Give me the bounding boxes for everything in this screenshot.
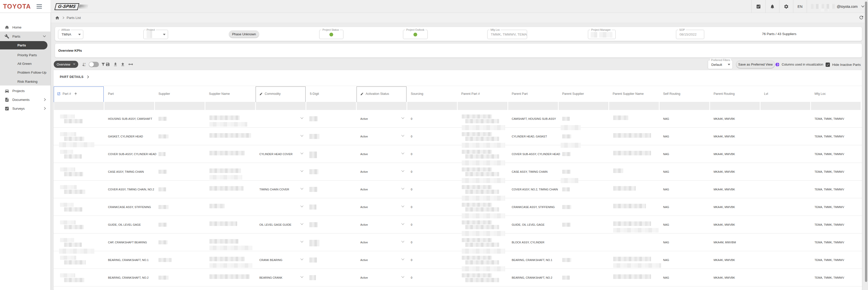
activation-dropdown-icon[interactable] [401, 240, 404, 243]
filter-cell[interactable] [155, 102, 205, 110]
table-row[interactable]: COVER ASSY, TIMING CHAIN, NO.2TIMING CHA… [54, 181, 862, 198]
filter-cell[interactable] [659, 102, 709, 110]
filter-cell[interactable] [710, 102, 760, 110]
column-header-mfg-loc[interactable]: Mfg Loc [811, 86, 862, 102]
upload-icon[interactable] [120, 62, 125, 67]
column-header-self-routing[interactable]: Self Routing [659, 86, 710, 102]
settings-icon[interactable] [779, 0, 793, 13]
column-header-supplier-name[interactable]: Supplier Name [206, 86, 256, 102]
table-row[interactable]: GUIDE, OIL LEVEL GAGEOIL LEVEL GAGE GUID… [54, 216, 862, 233]
part-details-title[interactable]: PART DETAILS [60, 75, 89, 79]
table-row[interactable]: BEARING, CRANKSHAFT, NO.1CRANK BEARINGAc… [54, 251, 862, 269]
commodity-dropdown-icon[interactable] [300, 258, 304, 260]
sidebar-subitem-priority-parts[interactable]: Priority Parts [0, 51, 51, 59]
save-preferred-view-button[interactable]: Save as Preferred View [736, 61, 775, 68]
sidebar-item-projects[interactable]: Projects [0, 86, 51, 95]
filter-cell[interactable] [206, 102, 255, 110]
sidebar-subitem-all-green[interactable]: All Green [0, 59, 51, 68]
cell-self-routing: NAG [659, 216, 710, 233]
filter-cell[interactable] [256, 102, 306, 110]
filter-icon[interactable] [101, 62, 105, 67]
commodity-dropdown-icon[interactable] [300, 135, 304, 137]
filter-cell[interactable] [508, 102, 558, 110]
filter-cell[interactable] [54, 102, 104, 110]
table-row[interactable]: CASE ASSY, TIMING CHAINActive0CASE ASSY,… [54, 163, 862, 181]
activation-dropdown-icon[interactable] [401, 152, 404, 155]
commodity-dropdown-icon[interactable] [300, 223, 304, 225]
redacted-value [462, 196, 505, 201]
column-header-parent-supplier-name[interactable]: Parent Supplier Name [609, 86, 659, 102]
phase-chip[interactable]: Phase Unknown [229, 31, 259, 38]
scrollbar-thumb[interactable] [865, 1, 867, 282]
sidebar-subitem-problem-follow-up[interactable]: Problem Follow-Up [0, 68, 51, 77]
column-width-icon[interactable] [128, 63, 133, 66]
activation-dropdown-icon[interactable] [401, 205, 404, 207]
table-row[interactable]: GASKET, CYLINDER HEADActive0CYLINDER HEA… [54, 128, 862, 145]
sidebar-item-parts[interactable]: Parts [0, 32, 51, 41]
column-header-part[interactable]: Part [104, 86, 155, 102]
toggle-switch[interactable] [89, 62, 99, 67]
table-row[interactable]: HOUSING SUB-ASSY, CAMSHAFTActive0CAMSHAF… [54, 110, 862, 128]
language-selector[interactable]: EN [793, 0, 807, 13]
commodity-dropdown-icon[interactable] [300, 240, 304, 243]
activation-dropdown-icon[interactable] [401, 188, 404, 190]
column-header-lvl[interactable]: Lvl [761, 86, 811, 102]
filter-cell[interactable] [761, 102, 810, 110]
sidebar-subitem-risk-ranking[interactable]: Risk Ranking [0, 77, 51, 86]
sort-icon[interactable]: AZ [82, 62, 87, 67]
filter-cell[interactable] [609, 102, 659, 110]
column-header-parent-part[interactable]: Parent Part [508, 86, 559, 102]
column-header-parent-supplier[interactable]: Parent Supplier [559, 86, 609, 102]
filter-cell[interactable] [357, 102, 406, 110]
preferred-filters-select[interactable]: Preferred Filters Default [708, 60, 733, 69]
commodity-dropdown-icon[interactable] [300, 205, 304, 207]
table-row[interactable]: COVER SUB-ASSY, CYLINDER HEADCYLINDER HE… [54, 145, 862, 163]
commodity-dropdown-icon[interactable] [300, 117, 304, 119]
commodity-dropdown-icon[interactable] [300, 152, 304, 155]
column-header-5-digit[interactable]: 5-Digit [306, 86, 357, 102]
activation-dropdown-icon[interactable] [401, 170, 404, 172]
table-row[interactable]: CRANKCASE ASSY, STIFFENINGActive0CRANKCA… [54, 198, 862, 216]
commodity-dropdown-icon[interactable] [300, 170, 304, 172]
activation-dropdown-icon[interactable] [401, 223, 404, 225]
commodity-dropdown-icon[interactable] [300, 188, 304, 190]
save-icon[interactable] [105, 62, 110, 67]
column-header-supplier[interactable]: Supplier [155, 86, 206, 102]
breadcrumb-home-icon[interactable] [55, 15, 60, 20]
project-select[interactable]: Project [143, 30, 168, 39]
activation-dropdown-icon[interactable] [401, 135, 404, 137]
column-header-parent-part-[interactable]: Parent Part # [458, 86, 508, 102]
vertical-scrollbar[interactable] [865, 0, 868, 290]
download-icon[interactable] [113, 62, 118, 67]
filter-cell[interactable] [559, 102, 608, 110]
cell-5-digit [306, 251, 357, 269]
sidebar-item-documents[interactable]: Documents [0, 95, 51, 104]
filter-cell[interactable] [407, 102, 457, 110]
commodity-dropdown-icon[interactable] [300, 276, 304, 278]
sidebar-subitem-parts-selected[interactable]: Parts [0, 41, 48, 50]
refresh-icon[interactable] [859, 15, 864, 20]
redacted-value [465, 190, 499, 194]
filter-cell[interactable] [306, 102, 356, 110]
overview-kpis-card[interactable]: Overview KPIs [55, 44, 862, 58]
hamburger-menu-icon[interactable] [37, 4, 42, 8]
sidebar-item-surveys[interactable]: Surveys [0, 104, 51, 113]
column-header-sourcing[interactable]: Sourcing [407, 86, 458, 102]
activation-dropdown-icon[interactable] [401, 117, 404, 119]
sidebar-item-home[interactable]: Home [0, 23, 51, 32]
activation-dropdown-icon[interactable] [401, 258, 404, 260]
activation-dropdown-icon[interactable] [401, 276, 404, 278]
view-mode-button[interactable]: Overview [54, 61, 78, 68]
user-menu[interactable]: @toyota.com [807, 0, 865, 13]
table-row[interactable]: CAP, CRANKSHAFT BEARINGActive0BLOCK ASSY… [54, 233, 862, 251]
redacted-value [613, 228, 658, 232]
affiliate-select[interactable]: Affiliate TMNA [58, 30, 83, 39]
notifications-icon[interactable] [765, 0, 779, 13]
filter-cell[interactable] [458, 102, 507, 110]
tasks-icon[interactable] [751, 0, 765, 13]
hide-inactive-parts-checkbox[interactable]: Hide Inactive Parts [826, 60, 861, 69]
column-header-parent-routing[interactable]: Parent Routing [710, 86, 761, 102]
table-row[interactable]: BEARING, CRANKSHAFT, NO.2BEARING CRANKAc… [54, 269, 862, 287]
filter-cell[interactable] [811, 102, 861, 110]
filter-cell[interactable] [104, 102, 154, 110]
